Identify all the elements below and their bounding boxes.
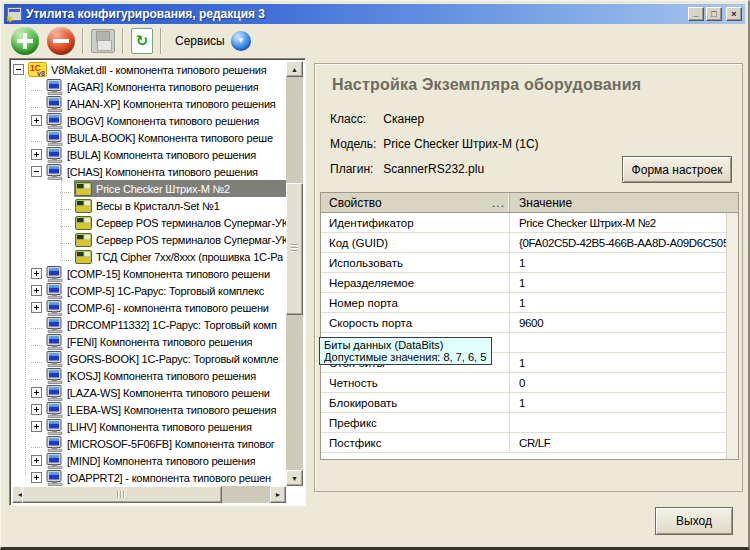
tree-item-body: [AGAR] Компонента типового решения	[45, 78, 286, 95]
header-value[interactable]: Значение	[509, 193, 738, 212]
tree-vertical-scrollbar[interactable]: ▲ ▼	[286, 61, 303, 486]
property-value[interactable]: 9600	[509, 313, 738, 332]
computer-icon	[46, 266, 63, 282]
tree-item-label: Весы в Кристалл-Set №1	[96, 200, 220, 212]
property-name: Код (GUID)	[321, 233, 509, 252]
tree-item[interactable]: [LAZA-WS] Компонента типового решени	[12, 384, 286, 401]
expand-plus-icon[interactable]	[31, 387, 42, 398]
tree-item[interactable]: Сервер POS терминалов Супермаг-УК	[12, 214, 286, 231]
remove-icon[interactable]	[47, 27, 75, 55]
tree-item[interactable]: [GORS-BOOK] 1С-Рарус: Торговый компле	[12, 350, 286, 367]
tree-item[interactable]: [MIND] Компонента типового решения	[12, 452, 286, 469]
settings-form-button[interactable]: Форма настроек	[622, 156, 732, 183]
header-property[interactable]: Свойство ...	[321, 193, 509, 212]
property-value[interactable]: 1	[509, 253, 738, 272]
tree-item[interactable]: [CHAS] Компонента типового решения	[12, 163, 286, 180]
tree-item[interactable]: [MICROSOF-5F06FB] Компонента типовог	[12, 435, 286, 452]
tree-item[interactable]: Весы в Кристалл-Set №1	[12, 197, 286, 214]
expand-plus-icon[interactable]	[31, 115, 42, 126]
tree-item[interactable]: [LIHV] Компонента типового решения	[12, 418, 286, 435]
property-value[interactable]: 1	[509, 393, 738, 412]
tree-item[interactable]: [AGAR] Компонента типового решения	[12, 78, 286, 95]
horizontal-scroll-thumb[interactable]	[22, 486, 222, 503]
property-value[interactable]: {0FA02C5D-42B5-466B-AA8D-A09D6C505FDE}	[509, 233, 738, 252]
services-button[interactable]: Сервисы ▼	[175, 31, 251, 51]
tree-item[interactable]: ТСД Cipher 7xx/8xxx (прошивка 1С-Ра	[12, 248, 286, 265]
tree-item[interactable]: 1Сv8V8Maket.dll - компонента типового ре…	[12, 61, 286, 78]
tree-item-label: [AGAR] Компонента типового решения	[67, 81, 258, 93]
tree-item-body: [MIND] Компонента типового решения	[45, 452, 286, 469]
tree-item[interactable]: [COMP-6] - компонента типового решени	[12, 299, 286, 316]
property-value[interactable]: Price Checker Штрих-М №2	[509, 213, 738, 232]
scroll-right-icon[interactable]: ►	[270, 486, 286, 503]
vertical-scroll-thumb[interactable]	[286, 183, 303, 315]
expand-plus-icon[interactable]	[31, 302, 42, 313]
collapse-minus-icon[interactable]	[13, 64, 24, 75]
property-row[interactable]: Скорость порта9600	[321, 313, 738, 333]
tree-item[interactable]: [COMP-5] 1С-Рарус: Торговый комплекс	[12, 282, 286, 299]
expand-plus-icon[interactable]	[31, 472, 42, 483]
computer-icon	[46, 351, 63, 367]
maximize-button[interactable]: □	[706, 7, 722, 21]
property-row[interactable]: Номер порта1	[321, 293, 738, 313]
expand-plus-icon[interactable]	[31, 149, 42, 160]
expand-plus-icon[interactable]	[31, 268, 42, 279]
property-value[interactable]	[509, 333, 738, 352]
tree-item[interactable]: [BOGV] Компонента типового решения	[12, 112, 286, 129]
property-row[interactable]: Код (GUID){0FA02C5D-42B5-466B-AA8D-A09D6…	[321, 233, 738, 253]
tree-item[interactable]: [LEBA-WS] Компонента типового решения	[12, 401, 286, 418]
tree-item[interactable]: [BULA] Компонента типового решения	[12, 146, 286, 163]
window-title: Утилита конфигурирования, редакция 3	[26, 7, 688, 21]
tree-item-body: [COMP-6] - компонента типового решени	[45, 299, 286, 316]
computer-icon	[46, 368, 63, 384]
tree-item[interactable]: [BULA-BOOK] Компонента типового реше	[12, 129, 286, 146]
exit-button[interactable]: Выход	[655, 507, 733, 535]
property-row[interactable]: Блокировать1	[321, 393, 738, 413]
tree-item[interactable]: [AHAN-XP] Компонента типового решения	[12, 95, 286, 112]
property-row[interactable]: ПостфиксCR/LF	[321, 433, 738, 453]
expand-plus-icon[interactable]	[31, 285, 42, 296]
close-button[interactable]: ×	[726, 7, 742, 21]
scroll-up-icon[interactable]: ▲	[286, 61, 303, 77]
tree-item-label: [MIND] Компонента типового решения	[67, 455, 255, 467]
collapse-minus-icon[interactable]	[31, 166, 42, 177]
tree-item-body: [OAPPRT2] - компонента типового решен	[45, 469, 286, 486]
refresh-icon[interactable]: ↻	[131, 28, 153, 54]
tree-item-body: ТСД Cipher 7xx/8xxx (прошивка 1С-Ра	[74, 248, 286, 265]
expand-plus-icon[interactable]	[31, 455, 42, 466]
property-name: Неразделяемое	[321, 273, 509, 292]
tree-item-label: [COMP-5] 1С-Рарус: Торговый комплекс	[67, 285, 264, 297]
tree-item[interactable]: [DRCOMP11332] 1С-Рарус: Торговый комп	[12, 316, 286, 333]
minimize-button[interactable]: _	[688, 7, 704, 21]
property-row[interactable]: Четность0	[321, 373, 738, 393]
tree-item-label: [BOGV] Компонента типового решения	[67, 115, 259, 127]
save-icon[interactable]	[91, 29, 115, 53]
expand-plus-icon[interactable]	[31, 421, 42, 432]
expand-plus-icon[interactable]	[31, 404, 42, 415]
toolbar-separator	[122, 28, 124, 54]
tree-item[interactable]: [OAPPRT2] - компонента типового решен	[12, 469, 286, 486]
property-value[interactable]: CR/LF	[509, 433, 738, 452]
tree-item[interactable]: Сервер POS терминалов Супермаг-УК	[12, 231, 286, 248]
tree-item[interactable]: [KOSJ] Компонента типового решения	[12, 367, 286, 384]
tree-item[interactable]: [COMP-15] Компонента типового решени	[12, 265, 286, 282]
1c-icon: 1Сv8	[28, 62, 47, 77]
tree-item[interactable]: Price Checker Штрих-М №2	[12, 180, 286, 197]
property-value[interactable]: 1	[509, 273, 738, 292]
tree-horizontal-scrollbar[interactable]: ◄ ►	[12, 486, 286, 503]
property-row[interactable]: Неразделяемое1	[321, 273, 738, 293]
property-row[interactable]: Использовать1	[321, 253, 738, 273]
add-icon[interactable]	[11, 27, 39, 55]
tree-item-body: [MICROSOF-5F06FB] Компонента типовог	[45, 435, 286, 452]
property-row[interactable]: ИдентификаторPrice Checker Штрих-М №2	[321, 213, 738, 233]
property-value[interactable]	[509, 413, 738, 432]
scroll-down-icon[interactable]: ▼	[286, 470, 303, 486]
property-value[interactable]: 1	[509, 293, 738, 312]
property-value[interactable]: 0	[509, 373, 738, 392]
property-value[interactable]: 1	[509, 353, 738, 372]
tree-item-label: V8Maket.dll - компонента типового решени…	[51, 64, 267, 76]
model-field: Модель: Price Checker Штрих-М (1С)	[330, 137, 539, 151]
computer-icon	[46, 130, 63, 146]
property-row[interactable]: Префикс	[321, 413, 738, 433]
tree-item[interactable]: [FENI] Компонента типового решения	[12, 333, 286, 350]
